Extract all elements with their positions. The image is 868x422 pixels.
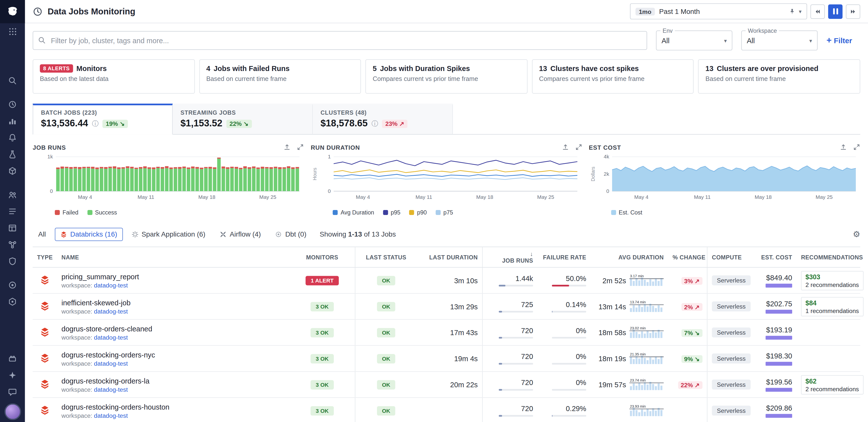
job-name-link[interactable]: pricing_summary_report xyxy=(62,272,285,281)
datadog-logo[interactable] xyxy=(0,0,25,23)
org-people-icon[interactable] xyxy=(0,186,25,203)
legend-item[interactable]: Avg Duration xyxy=(333,209,374,216)
search-icon[interactable] xyxy=(0,72,25,89)
job-name-link[interactable]: dogrus-restocking-orders-houston xyxy=(62,403,285,411)
workspace-link[interactable]: datadog-test xyxy=(94,334,128,341)
apm-network-icon[interactable] xyxy=(0,236,25,253)
recommendation-card[interactable]: $622 recommendations xyxy=(801,375,863,394)
cell-percent-change: 9% ↘ xyxy=(668,354,707,362)
column-header-job-runs[interactable]: ↓ JOB RUNS xyxy=(482,247,537,267)
export-icon[interactable] xyxy=(284,143,291,151)
monitors-badge[interactable]: 3 OK xyxy=(311,328,334,337)
job-name-link[interactable]: dogrus-store-orders-cleaned xyxy=(62,325,285,333)
integrations-flask-icon[interactable] xyxy=(0,146,25,162)
job-name-link[interactable]: inefficient-skewed-job xyxy=(62,299,285,307)
workspace-link[interactable]: datadog-test xyxy=(94,308,128,314)
column-header-recommendations[interactable]: RECOMMENDATIONS xyxy=(797,251,860,264)
infrastructure-cube-icon[interactable] xyxy=(0,162,25,179)
alert-card-monitors[interactable]: 8 ALERTSMonitorsBased on the latest data xyxy=(33,59,195,93)
table-row[interactable]: dogrus-restocking-orders-nycworkspace: d… xyxy=(33,346,860,372)
alert-card-count: 13 xyxy=(539,64,547,73)
column-header-est-cost[interactable]: EST. COST xyxy=(757,251,797,264)
alert-card-jobs-with-duration-spikes[interactable]: 5Jobs with Duration SpikesCompares curre… xyxy=(366,59,527,93)
column-header-monitors[interactable]: MONITORS xyxy=(289,251,354,264)
recommendation-card[interactable]: $3032 recommendations xyxy=(801,271,863,290)
time-range-picker[interactable]: 1mo Past 1 Month ▾ xyxy=(630,3,807,19)
monitors-badge[interactable]: 3 OK xyxy=(311,354,334,363)
rewind-button[interactable] xyxy=(810,4,825,19)
gear-icon[interactable]: ⚙ xyxy=(853,229,860,239)
env-select[interactable]: Env All ▾ xyxy=(656,31,732,50)
filter-chip-airflow-4[interactable]: Airflow (4) xyxy=(214,228,266,241)
column-header-last-status[interactable]: LAST STATUS xyxy=(355,247,417,267)
table-row[interactable]: dogrus-store-orders-cleanedworkspace: da… xyxy=(33,320,860,346)
workspace-select[interactable]: Workspace All ▾ xyxy=(741,31,818,50)
column-header-compute[interactable]: COMPUTE xyxy=(707,247,757,267)
ci-hexagon-icon[interactable] xyxy=(0,293,25,310)
tab-streaming-jobs[interactable]: STREAMING JOBS$1,153.5222% ↘ xyxy=(173,104,313,134)
pin-icon[interactable] xyxy=(789,8,796,15)
workspace-link[interactable]: datadog-test xyxy=(94,412,128,419)
legend-item[interactable]: Success xyxy=(87,209,117,216)
alert-card-clusters-are-over-provisioned[interactable]: 13Clusters are over provisionedBased on … xyxy=(699,59,860,93)
table-row[interactable]: pricing_summary_reportworkspace: datadog… xyxy=(33,268,860,294)
legend-item[interactable]: Failed xyxy=(55,209,79,216)
info-icon[interactable]: ⓘ xyxy=(92,119,99,128)
add-filter-button[interactable]: + Filter xyxy=(827,36,852,45)
monitors-badge[interactable]: 1 ALERT xyxy=(306,276,339,285)
column-header-last-duration[interactable]: LAST DURATION xyxy=(417,251,482,264)
job-name-link[interactable]: dogrus-restocking-orders-la xyxy=(62,376,285,385)
recommendation-card[interactable]: $841 recommendations xyxy=(801,297,863,316)
filter-chip-databricks-16[interactable]: Databricks (16) xyxy=(55,228,123,241)
workspace-link[interactable]: datadog-test xyxy=(94,360,128,367)
search-input[interactable] xyxy=(33,31,647,50)
table-row[interactable]: dogrus-restocking-orders-houstonworkspac… xyxy=(33,398,860,422)
legend-item[interactable]: p90 xyxy=(409,209,427,216)
table-row[interactable]: dogrus-restocking-orders-laworkspace: da… xyxy=(33,372,860,398)
pause-button[interactable] xyxy=(828,4,842,19)
synthetics-target-icon[interactable] xyxy=(0,277,25,293)
workspace-link[interactable]: datadog-test xyxy=(94,386,128,393)
fullscreen-icon[interactable] xyxy=(575,143,582,151)
filter-chip-dbt-0[interactable]: Dbt (0) xyxy=(270,228,312,241)
chat-bubble-icon[interactable] xyxy=(0,384,25,400)
info-icon[interactable]: ⓘ xyxy=(372,119,378,128)
fullscreen-icon[interactable] xyxy=(297,143,304,151)
apps-grid-icon[interactable] xyxy=(0,23,25,40)
cell-est-cost: $193.19 xyxy=(757,326,797,339)
filter-chip-spark-application-6[interactable]: Spark Application (6) xyxy=(126,228,211,241)
tab-clusters-48[interactable]: CLUSTERS (48)$18,578.65ⓘ23% ↗ xyxy=(313,104,453,134)
monitors-badge[interactable]: 3 OK xyxy=(311,302,334,311)
column-header-change[interactable]: % CHANGE xyxy=(668,251,707,264)
watchdog-bell-icon[interactable] xyxy=(0,129,25,146)
dashboards-window-icon[interactable] xyxy=(0,220,25,236)
filter-chip-all[interactable]: All xyxy=(33,228,52,241)
lego-brick-icon[interactable] xyxy=(0,350,25,367)
job-name-link[interactable]: dogrus-restocking-orders-nyc xyxy=(62,350,285,359)
column-header-failure-rate[interactable]: FAILURE RATE xyxy=(537,251,590,264)
table-row[interactable]: inefficient-skewed-jobworkspace: datadog… xyxy=(33,294,860,320)
legend-item[interactable]: p75 xyxy=(435,209,453,216)
fullscreen-icon[interactable] xyxy=(853,143,860,151)
column-header-avg-duration[interactable]: AVG DURATION xyxy=(591,251,668,264)
security-shield-icon[interactable] xyxy=(0,253,25,269)
fast-forward-button[interactable] xyxy=(846,4,860,19)
logs-list-icon[interactable] xyxy=(0,203,25,220)
alert-card-clusters-have-cost-spikes[interactable]: 13Clusters have cost spikesCompares curr… xyxy=(532,59,694,93)
compute-chip: Serverless xyxy=(712,328,751,337)
user-avatar[interactable] xyxy=(4,403,21,420)
sparkle-assistant-icon[interactable] xyxy=(0,367,25,384)
legend-item[interactable]: p95 xyxy=(383,209,400,216)
export-icon[interactable] xyxy=(562,143,569,151)
alert-card-jobs-with-failed-runs[interactable]: 4Jobs with Failed RunsBased on current t… xyxy=(199,59,361,93)
legend-item[interactable]: Est. Cost xyxy=(611,209,642,216)
export-icon[interactable] xyxy=(840,143,847,151)
metrics-icon[interactable] xyxy=(0,112,25,129)
tab-batch-jobs-223[interactable]: BATCH JOBS (223)$13,536.44ⓘ19% ↘ xyxy=(33,104,173,135)
monitors-badge[interactable]: 3 OK xyxy=(311,380,334,389)
monitors-badge[interactable]: 3 OK xyxy=(311,406,334,415)
history-icon[interactable] xyxy=(0,96,25,112)
column-header-type[interactable]: TYPE xyxy=(33,251,57,264)
column-header-name[interactable]: NAME xyxy=(57,251,289,264)
workspace-link[interactable]: datadog-test xyxy=(94,282,128,288)
